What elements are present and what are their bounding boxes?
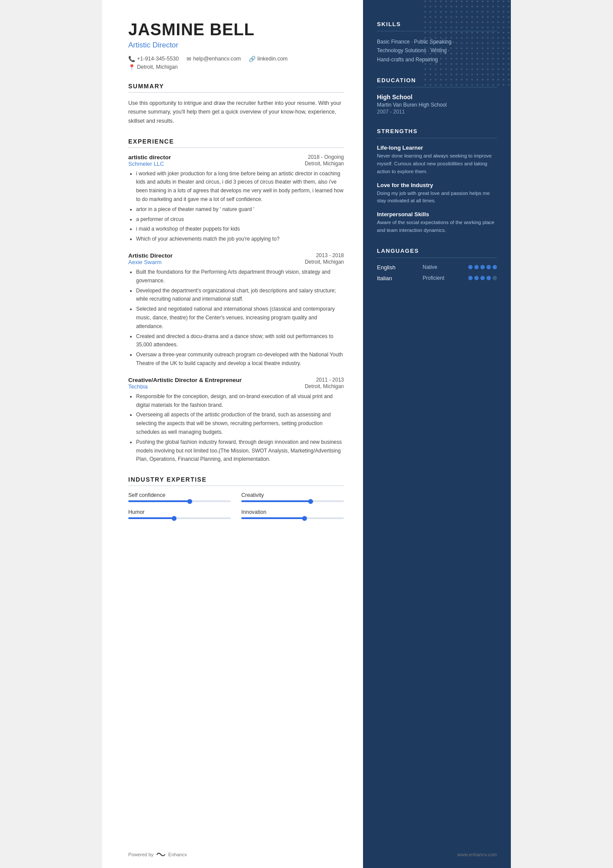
bullet-item: i maid a workshop of theater puppets for…: [136, 225, 344, 234]
dot-filled: [480, 276, 485, 280]
exp-dates-2: 2011 - 2013: [316, 377, 344, 383]
skill-line: Hand-crafts and Repairing: [377, 55, 497, 64]
dot-filled: [474, 276, 479, 280]
location-icon: 📍: [128, 64, 135, 70]
exp-dates-0: 2018 - Ongoing: [308, 154, 344, 160]
exp-bullets-1: Built the foundations for the Performing…: [128, 268, 344, 368]
email-item: ✉ help@enhancv.com: [187, 56, 241, 62]
exp-bullets-0: i worked with joker production for a lon…: [128, 170, 344, 244]
expertise-title: INDUSTRY EXPERTISE: [128, 476, 344, 483]
education-title: EDUCATION: [377, 77, 497, 84]
bar-track-1: [241, 500, 344, 502]
experience-divider: [128, 147, 344, 148]
expertise-section: INDUSTRY EXPERTISE Self confidenceCreati…: [128, 476, 344, 519]
edu-years-0: 2007 - 2011: [377, 109, 497, 115]
dot-filled: [474, 265, 479, 269]
phone-item: 📞 +1-914-345-5530: [128, 56, 179, 62]
experience-section: EXPERIENCE artistic director2018 - Ongoi…: [128, 138, 344, 464]
location-item: 📍 Detroit, Michigan: [128, 64, 178, 70]
experience-entry-0: artistic director2018 - OngoingSchmeler …: [128, 154, 344, 244]
edu-school-0: Martin Van Buren High School: [377, 102, 497, 108]
bar-fill-3: [241, 517, 305, 519]
edu-degree-0: High School: [377, 94, 497, 101]
skills-title: SKILLS: [377, 21, 497, 27]
strengths-divider: [377, 138, 497, 138]
strength-desc-1: Doing my job with great love and passion…: [377, 190, 497, 205]
summary-text: Use this opportunity to intrigue and dra…: [128, 99, 344, 126]
email-icon: ✉: [187, 56, 191, 62]
dot-filled: [486, 276, 491, 280]
strengths-entries: Life-long LearnerNever done learning and…: [377, 144, 497, 235]
header-section: JASMINE BELL Artistic Director 📞 +1-914-…: [128, 21, 344, 70]
summary-section: SUMMARY Use this opportunity to intrigue…: [128, 83, 344, 126]
footer-brand: Powered by Enhancv: [128, 851, 187, 858]
dot-empty: [493, 276, 497, 280]
languages-divider: [377, 258, 497, 258]
exp-dates-1: 2013 - 2018: [316, 252, 344, 258]
exp-company-2: Techbia: [128, 383, 148, 390]
experience-entry-2: Creative/Artistic Director & Entrepreneu…: [128, 377, 344, 464]
strength-item-2: Interpersonal SkillsAware of the social …: [377, 211, 497, 235]
lang-name-0: English: [377, 264, 407, 271]
expertise-label-3: Innovation: [241, 509, 344, 515]
strengths-section: STRENGTHS Life-long LearnerNever done le…: [377, 128, 497, 235]
lang-level-0: Native: [423, 264, 453, 270]
bar-fill-2: [128, 517, 174, 519]
expertise-label-0: Self confidence: [128, 492, 231, 498]
education-entry-0: High SchoolMartin Van Buren High School2…: [377, 94, 497, 115]
powered-by-label: Powered by: [128, 852, 153, 857]
expertise-item-0: Self confidence: [128, 492, 231, 502]
lang-level-1: Proficient: [423, 275, 453, 281]
bar-dot-1: [308, 499, 313, 504]
email-address: help@enhancv.com: [193, 56, 241, 62]
enhancv-logo-icon: [156, 851, 166, 858]
lang-name-1: Italian: [377, 275, 407, 282]
summary-divider: [128, 92, 344, 93]
bullet-item: i worked with joker production for a lon…: [136, 170, 344, 204]
bullet-item: Developed the department's organizationa…: [136, 287, 344, 304]
bar-dot-3: [302, 516, 307, 521]
exp-header-2: Creative/Artistic Director & Entrepreneu…: [128, 377, 344, 383]
website-url: linkedin.com: [257, 56, 287, 62]
bullet-item: Created and directed a docu-drama and a …: [136, 332, 344, 350]
education-entries: High SchoolMartin Van Buren High School2…: [377, 94, 497, 115]
exp-company-row-0: Schmeler LLCDetroit, Michigan: [128, 161, 344, 167]
bullet-item: a performer of circus: [136, 215, 344, 224]
dot-filled: [468, 265, 473, 269]
website-item: 🔗 linkedin.com: [249, 56, 287, 62]
exp-company-1: Aexie Swarm: [128, 259, 162, 265]
exp-company-row-2: TechbiaDetroit, Michigan: [128, 383, 344, 390]
experience-entries: artistic director2018 - OngoingSchmeler …: [128, 154, 344, 464]
language-row-0: EnglishNative: [377, 264, 497, 271]
bar-fill-1: [241, 500, 311, 502]
strength-item-0: Life-long LearnerNever done learning and…: [377, 144, 497, 175]
resume-wrapper: JASMINE BELL Artistic Director 📞 +1-914-…: [102, 0, 511, 868]
strength-name-2: Interpersonal Skills: [377, 211, 497, 218]
job-title: Artistic Director: [128, 41, 344, 50]
bullet-item: Pushing the global fashion industry forw…: [136, 438, 344, 464]
languages-entries: EnglishNativeItalianProficient: [377, 264, 497, 282]
exp-header-0: artistic director2018 - Ongoing: [128, 154, 344, 161]
exp-role-0: artistic director: [128, 154, 171, 161]
bar-track-2: [128, 517, 231, 519]
languages-section: LANGUAGES EnglishNativeItalianProficient: [377, 248, 497, 282]
bar-dot-2: [172, 516, 177, 521]
experience-entry-1: Artistic Director2013 - 2018Aexie SwarmD…: [128, 252, 344, 368]
exp-company-0: Schmeler LLC: [128, 161, 164, 167]
exp-role-2: Creative/Artistic Director & Entrepreneu…: [128, 377, 242, 383]
bar-track-0: [128, 500, 231, 502]
strength-name-1: Love for the Industry: [377, 182, 497, 188]
experience-title: EXPERIENCE: [128, 138, 344, 145]
expertise-divider: [128, 486, 344, 486]
exp-location-0: Detroit, Michigan: [305, 161, 344, 167]
lang-dots-0: [468, 265, 497, 269]
skills-section: SKILLS Basic Finance · Public Speaking ·…: [377, 21, 497, 64]
bullet-item: Selected and negotiated national and int…: [136, 305, 344, 331]
skills-text: Basic Finance · Public Speaking ·Technol…: [377, 37, 497, 64]
right-column: SKILLS Basic Finance · Public Speaking ·…: [363, 0, 511, 868]
exp-company-row-1: Aexie SwarmDetroit, Michigan: [128, 259, 344, 265]
strength-desc-2: Aware of the social expectations of the …: [377, 219, 497, 235]
bullet-item: Which of your achievements match the job…: [136, 235, 344, 244]
skills-divider: [377, 31, 497, 31]
lang-dots-1: [468, 276, 497, 280]
